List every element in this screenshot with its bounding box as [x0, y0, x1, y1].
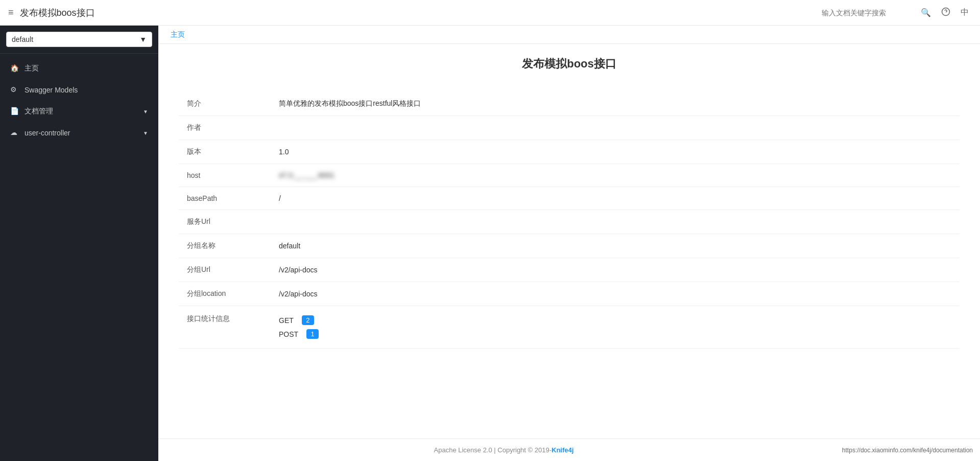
sidebar-item-user-controller[interactable]: ☁ user-controller ▼ [0, 122, 158, 144]
field-value-version: 1.0 [271, 140, 960, 164]
footer-link: https://doc.xiaominfo.com/knife4j/docume… [842, 447, 973, 454]
field-label-group-url: 分组Url [179, 258, 271, 282]
field-label-author: 作者 [179, 116, 271, 140]
group-select[interactable]: default ▼ [6, 32, 152, 47]
table-row: 分组Url /v2/api-docs [179, 258, 960, 282]
field-value-author [271, 116, 960, 140]
field-value-basepath: / [271, 187, 960, 210]
search-input[interactable] [822, 9, 914, 17]
table-row: 分组location /v2/api-docs [179, 282, 960, 306]
sidebar-user-label: user-controller [25, 129, 70, 137]
field-label-group-location: 分组location [179, 282, 271, 306]
doc-page-title: 发布模拟boos接口 [179, 56, 960, 80]
content-area: 主页 发布模拟boos接口 简介 简单优雅的发布模拟boos接口restful风… [158, 26, 980, 461]
content-main: 发布模拟boos接口 简介 简单优雅的发布模拟boos接口restful风格接口… [158, 44, 980, 439]
table-row: 服务Url [179, 210, 960, 234]
lang-icon[interactable]: 中 [958, 7, 972, 18]
footer-brand: Knife4j [552, 446, 573, 454]
search-icon[interactable]: 🔍 [918, 8, 934, 17]
menu-icon[interactable]: ≡ [8, 7, 14, 18]
sidebar-item-doc-manage[interactable]: 📄 文档管理 ▼ [0, 101, 158, 122]
field-label-version: 版本 [179, 140, 271, 164]
get-badge: 2 [302, 315, 314, 325]
breadcrumb-bar: 主页 [158, 26, 980, 44]
page-title: 发布模拟boos接口 [20, 7, 816, 19]
sidebar-doc-label: 文档管理 [25, 107, 53, 116]
footer-license: Apache License 2.0 | Copyright © 2019- [434, 446, 552, 454]
field-label-basepath: basePath [179, 187, 271, 210]
help-icon[interactable] [938, 7, 953, 18]
host-value: 47.0.__.___:8001 [279, 171, 334, 179]
table-row: 版本 1.0 [179, 140, 960, 164]
table-row: 简介 简单优雅的发布模拟boos接口restful风格接口 [179, 92, 960, 116]
post-badge: 1 [306, 329, 319, 339]
sidebar-select-wrapper: default ▼ [0, 26, 158, 54]
breadcrumb-home[interactable]: 主页 [171, 30, 185, 38]
user-arrow-icon: ▼ [143, 130, 148, 136]
sidebar: default ▼ 🏠 主页 ⚙ Swagger Models 📄 文档管理 ▼ [0, 26, 158, 461]
doc-icon: 📄 [10, 107, 19, 116]
doc-arrow-icon: ▼ [143, 109, 148, 114]
info-table: 简介 简单优雅的发布模拟boos接口restful风格接口 作者 版本 1.0 [179, 92, 960, 349]
table-row: 分组名称 default [179, 234, 960, 258]
select-arrow-icon: ▼ [139, 35, 147, 43]
swagger-icon: ⚙ [10, 85, 19, 95]
sidebar-swagger-label: Swagger Models [25, 86, 78, 94]
sidebar-item-home[interactable]: 🏠 主页 [0, 58, 158, 79]
app-container: ≡ 发布模拟boos接口 🔍 中 default ▼ [0, 0, 980, 461]
stats-get-row: GET 2 [279, 313, 951, 327]
field-label-group-name: 分组名称 [179, 234, 271, 258]
field-label-service-url: 服务Url [179, 210, 271, 234]
table-row-stats: 接口统计信息 GET 2 POST 1 [179, 306, 960, 349]
sidebar-nav: 🏠 主页 ⚙ Swagger Models 📄 文档管理 ▼ ☁ user-co… [0, 54, 158, 148]
sidebar-item-swagger-models[interactable]: ⚙ Swagger Models [0, 79, 158, 101]
field-label-host: host [179, 164, 271, 187]
field-value-intro: 简单优雅的发布模拟boos接口restful风格接口 [271, 92, 960, 116]
field-value-stats: GET 2 POST 1 [271, 306, 960, 349]
field-value-group-url: /v2/api-docs [271, 258, 960, 282]
field-value-service-url [271, 210, 960, 234]
field-label-stats: 接口统计信息 [179, 306, 271, 349]
table-row: basePath / [179, 187, 960, 210]
field-value-host: 47.0.__.___:8001 [271, 164, 960, 187]
table-row: 作者 [179, 116, 960, 140]
group-select-value: default [12, 35, 33, 43]
cloud-icon: ☁ [10, 128, 19, 137]
main-layout: default ▼ 🏠 主页 ⚙ Swagger Models 📄 文档管理 ▼ [0, 26, 980, 461]
footer: Apache License 2.0 | Copyright © 2019-Kn… [158, 439, 980, 461]
post-method-label: POST [279, 330, 298, 338]
field-label-intro: 简介 [179, 92, 271, 116]
table-row: host 47.0.__.___:8001 [179, 164, 960, 187]
header: ≡ 发布模拟boos接口 🔍 中 [0, 0, 980, 26]
field-value-group-location: /v2/api-docs [271, 282, 960, 306]
sidebar-home-label: 主页 [25, 64, 39, 73]
field-value-group-name: default [271, 234, 960, 258]
footer-copyright: Apache License 2.0 | Copyright © 2019-Kn… [434, 446, 574, 454]
search-area: 🔍 中 [822, 7, 972, 18]
home-icon: 🏠 [10, 64, 19, 73]
stats-post-row: POST 1 [279, 327, 951, 341]
get-method-label: GET [279, 316, 294, 325]
